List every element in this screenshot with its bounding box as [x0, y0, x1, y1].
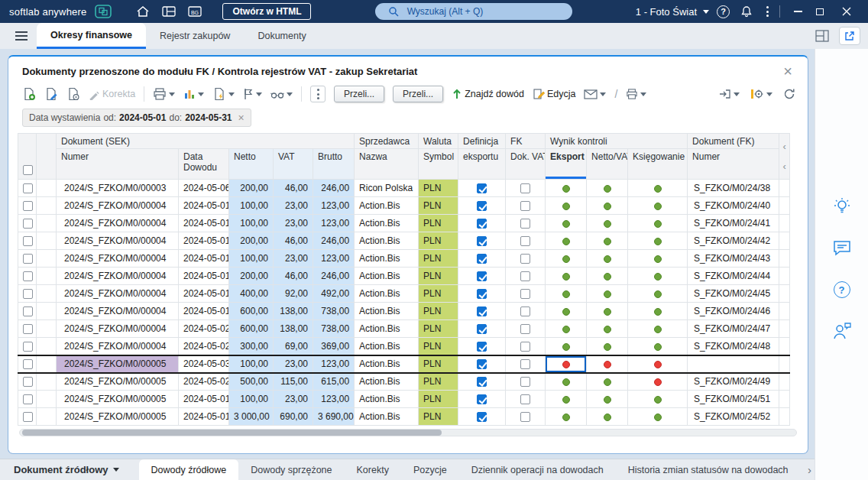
cell-sprzedawca-nazwa[interactable]: Action.Bis — [355, 338, 419, 355]
cell-brutto[interactable]: 123,00 — [313, 355, 355, 373]
cell-definicja-eksportu[interactable] — [458, 355, 506, 373]
cell-wynik-netto-vat[interactable] — [587, 285, 628, 303]
toolbar-more-button[interactable] — [310, 86, 326, 102]
cell-wynik-ksiegowanie[interactable] — [628, 391, 688, 408]
table-row[interactable]: 2024/S_FZKO/M0/00003 2024-05-06 200,00 4… — [18, 180, 790, 197]
cell-waluta-symbol[interactable]: PLN — [419, 338, 458, 355]
collapse-column-control[interactable]: ‹ ‹ — [779, 134, 790, 180]
definicja-eksportu-checkbox[interactable] — [477, 377, 487, 387]
cell-fk-dok-vat[interactable] — [506, 338, 546, 355]
cell-fk-dok-vat[interactable] — [506, 373, 546, 391]
cell-data-dowodu[interactable]: 2024-05-02 — [179, 338, 229, 355]
notifications-bell-icon[interactable] — [737, 2, 756, 21]
row-checkbox-cell[interactable] — [18, 303, 37, 320]
cell-wynik-ksiegowanie[interactable] — [628, 338, 688, 355]
group-waluta[interactable]: Waluta — [419, 134, 458, 149]
table-row[interactable]: 2024/S_FZKO/M0/00004 2024-05-02 600,00 1… — [18, 320, 790, 338]
cell-waluta-symbol[interactable]: PLN — [419, 285, 458, 303]
row-checkbox[interactable] — [23, 324, 33, 334]
cell-sprzedawca-nazwa[interactable]: Action.Bis — [355, 285, 419, 303]
col-netto[interactable]: Netto — [229, 149, 274, 180]
select-all-checkbox[interactable] — [23, 165, 33, 175]
hamburger-menu-icon[interactable] — [6, 23, 37, 49]
consultant-contact-icon[interactable] — [828, 319, 856, 342]
cell-waluta-symbol[interactable]: PLN — [419, 232, 458, 250]
cell-wynik-netto-vat[interactable] — [587, 215, 628, 232]
more-menu-icon[interactable] — [763, 6, 772, 17]
cell-dokument-fk-numer[interactable] — [688, 355, 779, 373]
znajdz-dowod-button[interactable]: Znajdź dowód — [452, 88, 524, 100]
cell-wynik-netto-vat[interactable] — [587, 250, 628, 268]
help-circle-icon[interactable]: ? — [828, 278, 856, 301]
row-checkbox-cell[interactable] — [18, 215, 37, 232]
przelicz-button-1[interactable]: Przeli... — [334, 86, 384, 102]
cell-netto[interactable]: 400,00 — [229, 285, 274, 303]
table-row[interactable]: 2024/S_FZKO/M0/00004 2024-05-01 100,00 2… — [18, 197, 790, 215]
tab-dokumenty[interactable]: Dokumenty — [244, 23, 319, 49]
cell-fk-dok-vat[interactable] — [506, 232, 546, 250]
table-row[interactable]: 2024/S_FZKO/M0/00004 2024-05-01 600,00 1… — [18, 303, 790, 320]
row-checkbox[interactable] — [23, 183, 33, 193]
row-checkbox-cell[interactable] — [18, 320, 37, 338]
cell-brutto[interactable]: 615,00 — [313, 373, 355, 391]
window-panel-icon[interactable] — [160, 2, 178, 21]
dock-panel-button[interactable] — [719, 89, 740, 99]
col-eksport[interactable]: Eksport — [546, 149, 587, 180]
preview-glasses-button[interactable] — [270, 89, 293, 99]
definicja-eksportu-checkbox[interactable] — [477, 394, 487, 404]
cell-numer[interactable]: 2024/S_FZKO/M0/00005 — [57, 355, 179, 373]
cell-fk-dok-vat[interactable] — [506, 268, 546, 285]
cell-waluta-symbol[interactable]: PLN — [419, 408, 458, 426]
group-wynik-kontroli[interactable]: Wynik kontroli — [546, 134, 688, 149]
cell-data-dowodu[interactable]: 2024-05-06 — [179, 180, 229, 197]
group-dokument-fk[interactable]: Dokument (FK) — [688, 134, 779, 149]
fk-dok-vat-checkbox[interactable] — [520, 377, 530, 387]
table-row[interactable]: 2024/S_FZKO/M0/00005 2024-05-03 100,00 2… — [18, 355, 790, 373]
cell-fk-dok-vat[interactable] — [506, 408, 546, 426]
cell-wynik-eksport[interactable] — [546, 197, 587, 215]
cell-vat[interactable]: 46,00 — [274, 268, 313, 285]
cell-numer[interactable]: 2024/S_FZKO/M0/00004 — [57, 338, 179, 355]
edit-document-button[interactable] — [44, 87, 58, 101]
cell-dokument-fk-numer[interactable]: S_FZKO/M0/24/47 — [688, 320, 779, 338]
cell-dokument-fk-numer[interactable]: S_FZKO/M0/24/42 — [688, 232, 779, 250]
cell-wynik-netto-vat[interactable] — [587, 391, 628, 408]
cell-wynik-eksport[interactable] — [546, 408, 587, 426]
table-row[interactable]: 2024/S_FZKO/M0/00004 2024-05-01 200,00 4… — [18, 232, 790, 250]
filter-chip-remove-icon[interactable]: × — [238, 112, 245, 124]
cell-wynik-eksport[interactable] — [546, 373, 587, 391]
cell-dokument-fk-numer[interactable]: S_FZKO/M0/24/45 — [688, 285, 779, 303]
cell-numer[interactable]: 2024/S_FZKO/M0/00004 — [57, 285, 179, 303]
cell-brutto[interactable]: 246,00 — [313, 268, 355, 285]
cell-sprzedawca-nazwa[interactable]: Action.Bis — [355, 232, 419, 250]
cell-wynik-eksport[interactable] — [546, 285, 587, 303]
row-checkbox-cell[interactable] — [18, 373, 37, 391]
cell-netto[interactable]: 500,00 — [229, 373, 274, 391]
cell-fk-dok-vat[interactable] — [506, 320, 546, 338]
definicja-eksportu-checkbox[interactable] — [477, 412, 487, 422]
cell-wynik-netto-vat[interactable] — [587, 320, 628, 338]
cell-definicja-eksportu[interactable] — [458, 285, 506, 303]
cell-sprzedawca-nazwa[interactable]: Action.Bis — [355, 303, 419, 320]
bg-window-icon[interactable]: BG — [186, 2, 204, 21]
cell-netto[interactable]: 300,00 — [229, 338, 274, 355]
cell-netto[interactable]: 3 000,00 — [229, 408, 274, 426]
col-netto-vat[interactable]: Netto/VAT — [587, 149, 628, 180]
row-checkbox[interactable] — [23, 289, 33, 299]
row-checkbox[interactable] — [23, 412, 33, 422]
open-external-button[interactable] — [839, 27, 860, 45]
cell-fk-dok-vat[interactable] — [506, 355, 546, 373]
row-checkbox-cell[interactable] — [18, 355, 37, 373]
cell-netto[interactable]: 200,00 — [229, 268, 274, 285]
apps-grid-icon[interactable] — [94, 2, 112, 21]
cell-vat[interactable]: 46,00 — [274, 180, 313, 197]
cell-netto[interactable]: 100,00 — [229, 355, 274, 373]
cell-definicja-eksportu[interactable] — [458, 180, 506, 197]
cell-dokument-fk-numer[interactable]: S_FZKO/M0/24/43 — [688, 250, 779, 268]
definicja-eksportu-checkbox[interactable] — [477, 219, 487, 229]
cell-wynik-netto-vat[interactable] — [587, 180, 628, 197]
cell-netto[interactable]: 100,00 — [229, 197, 274, 215]
global-search-input[interactable]: Wyszukaj (Alt + Q) — [375, 3, 572, 20]
cell-wynik-ksiegowanie[interactable] — [628, 197, 688, 215]
cell-dokument-fk-numer[interactable]: S_FZKO/M0/24/52 — [688, 408, 779, 426]
